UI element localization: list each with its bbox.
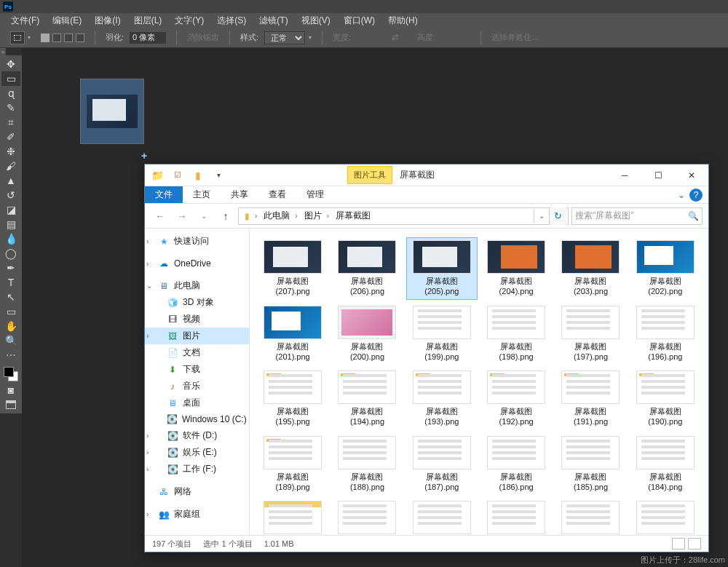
file-item[interactable] (257, 498, 328, 535)
new-selection-icon[interactable] (41, 33, 50, 42)
nav-network[interactable]: 🖧网络 (145, 483, 249, 500)
ribbon-tab-home[interactable]: 主页 (183, 186, 221, 203)
hand-tool[interactable]: ✋ (1, 319, 20, 333)
file-item[interactable] (555, 498, 626, 535)
file-item[interactable]: 屏幕截图(207).png (257, 237, 328, 300)
file-item[interactable]: 屏幕截图(198).png (480, 303, 552, 365)
history-brush-tool[interactable]: ↺ (1, 188, 20, 202)
nav-downloads[interactable]: ⬇下载 (145, 361, 249, 378)
feather-input[interactable] (130, 32, 166, 44)
file-item[interactable]: 屏幕截图(205).png (406, 237, 478, 300)
address-dropdown-icon[interactable]: ⌄ (534, 209, 549, 223)
breadcrumb-segment[interactable]: 屏幕截图 (331, 210, 373, 222)
file-item[interactable]: 屏幕截图(192).png (480, 368, 552, 430)
eraser-tool[interactable]: ◪ (1, 202, 20, 217)
nav-desktop[interactable]: 🖥桌面 (145, 394, 249, 411)
document-thumbnail[interactable] (80, 79, 144, 144)
file-item[interactable]: 屏幕截图(190).png (630, 368, 701, 430)
file-list-area[interactable]: 屏幕截图(207).png屏幕截图(206).png屏幕截图(205).png屏… (250, 229, 708, 535)
file-item[interactable]: 屏幕截图(191).png (555, 368, 626, 430)
lasso-tool[interactable]: ɋ (1, 86, 20, 100)
add-selection-icon[interactable] (52, 33, 61, 42)
menu-item[interactable]: 编辑(E) (46, 13, 88, 28)
quick-select-tool[interactable]: ✎ (1, 100, 20, 115)
type-tool[interactable]: T (1, 275, 20, 290)
file-item[interactable]: 屏幕截图(206).png (331, 237, 403, 300)
file-item[interactable]: 屏幕截图(203).png (555, 237, 626, 300)
eyedropper-tool[interactable]: ✐ (1, 130, 20, 144)
subtract-selection-icon[interactable] (64, 33, 73, 42)
search-box[interactable]: 搜索"屏幕截图" 🔍 (571, 207, 703, 225)
marquee-tool[interactable]: ▭ (1, 71, 20, 86)
gradient-tool[interactable]: ▤ (1, 217, 20, 231)
nav-videos[interactable]: 🎞视频 (145, 311, 249, 328)
nav-3d-objects[interactable]: 🧊3D 对象 (145, 294, 249, 311)
menu-item[interactable]: 选择(S) (210, 13, 253, 28)
file-item[interactable]: 屏幕截图(197).png (555, 303, 626, 365)
file-item[interactable] (630, 498, 701, 535)
nav-drive-f[interactable]: ›💽工作 (F:) (145, 461, 249, 477)
menu-item[interactable]: 窗口(W) (337, 13, 381, 28)
path-select-tool[interactable]: ↖ (1, 290, 20, 304)
menu-item[interactable]: 帮助(H) (381, 13, 424, 28)
nav-music[interactable]: ♪音乐 (145, 378, 249, 394)
explorer-titlebar[interactable]: 📁 ☑ ▮ ▾ 图片工具 屏幕截图 ─ ☐ ✕ (145, 164, 708, 186)
file-item[interactable]: 屏幕截图(185).png (555, 433, 626, 496)
file-item[interactable]: 屏幕截图(196).png (630, 303, 701, 365)
ribbon-tab-view[interactable]: 查看 (258, 186, 296, 203)
nav-onedrive[interactable]: ›☁OneDrive (145, 255, 249, 271)
move-tool[interactable]: ✥ (1, 57, 20, 71)
marquee-preset-icon[interactable] (10, 31, 25, 44)
style-select[interactable]: 正常 (264, 31, 305, 44)
nav-this-pc[interactable]: ⌄🖥此电脑 (145, 277, 249, 294)
screen-mode-icon[interactable] (1, 397, 20, 412)
file-item[interactable]: 屏幕截图(188).png (331, 433, 403, 496)
file-item[interactable]: 屏幕截图(189).png (257, 433, 328, 496)
file-item[interactable]: 屏幕截图(204).png (480, 237, 552, 300)
qat-dropdown-icon[interactable]: ▾ (210, 167, 226, 183)
up-button[interactable]: ↑ (216, 207, 235, 225)
file-item[interactable] (331, 498, 403, 535)
breadcrumb-segment[interactable]: 此电脑 (259, 210, 293, 222)
nav-quick-access[interactable]: ›★快速访问 (145, 233, 249, 250)
stamp-tool[interactable]: ▲ (1, 173, 20, 188)
close-button[interactable]: ✕ (675, 164, 708, 186)
thumbnails-view-icon[interactable] (688, 538, 701, 550)
file-item[interactable]: 屏幕截图(201).png (257, 303, 328, 365)
nav-drive-e[interactable]: ›💽娱乐 (E:) (145, 444, 249, 461)
maximize-button[interactable]: ☐ (641, 164, 675, 186)
quick-mask-icon[interactable]: ◙ (1, 383, 20, 397)
nav-documents[interactable]: 📄文档 (145, 344, 249, 361)
file-item[interactable]: 屏幕截图(193).png (406, 368, 478, 430)
details-view-icon[interactable] (672, 538, 685, 550)
file-item[interactable] (406, 498, 478, 535)
chevron-right-icon[interactable]: › (253, 212, 259, 220)
menu-item[interactable]: 滤镜(T) (253, 13, 294, 28)
file-item[interactable]: 屏幕截图(187).png (406, 433, 478, 496)
chevron-down-icon[interactable]: ▾ (28, 34, 31, 41)
file-item[interactable]: 屏幕截图(195).png (257, 368, 328, 430)
chevron-right-icon[interactable]: › (325, 212, 331, 220)
refresh-button[interactable]: ↻ (549, 207, 566, 225)
file-item[interactable]: 屏幕截图(200).png (331, 303, 403, 365)
file-item[interactable]: 屏幕截图(186).png (480, 433, 552, 496)
edit-toolbar-icon[interactable]: ⋯ (1, 348, 20, 362)
menu-item[interactable]: 文字(Y) (168, 13, 210, 28)
blur-tool[interactable]: 💧 (1, 231, 20, 246)
pen-tool[interactable]: ✒ (1, 261, 20, 275)
file-item[interactable] (480, 498, 552, 535)
nav-pictures[interactable]: ›🖼图片 (145, 328, 249, 344)
address-bar[interactable]: ▮ › 此电脑 › 图片 › 屏幕截图 ⌄ ↻ (238, 207, 569, 225)
intersect-selection-icon[interactable] (76, 33, 84, 42)
brush-tool[interactable]: 🖌 (1, 159, 20, 173)
back-button[interactable]: ← (151, 207, 170, 225)
dodge-tool[interactable]: ◯ (1, 246, 20, 261)
minimize-button[interactable]: ─ (608, 164, 641, 186)
menu-item[interactable]: 图像(I) (88, 13, 127, 28)
healing-tool[interactable]: ❉ (1, 144, 20, 159)
nav-homegroup[interactable]: ›👥家庭组 (145, 506, 249, 523)
zoom-tool[interactable]: 🔍 (1, 333, 20, 348)
menu-item[interactable]: 视图(V) (295, 13, 337, 28)
file-item[interactable]: 屏幕截图(199).png (406, 303, 478, 365)
select-and-mask-button[interactable]: 选择并遮住... (491, 32, 538, 43)
